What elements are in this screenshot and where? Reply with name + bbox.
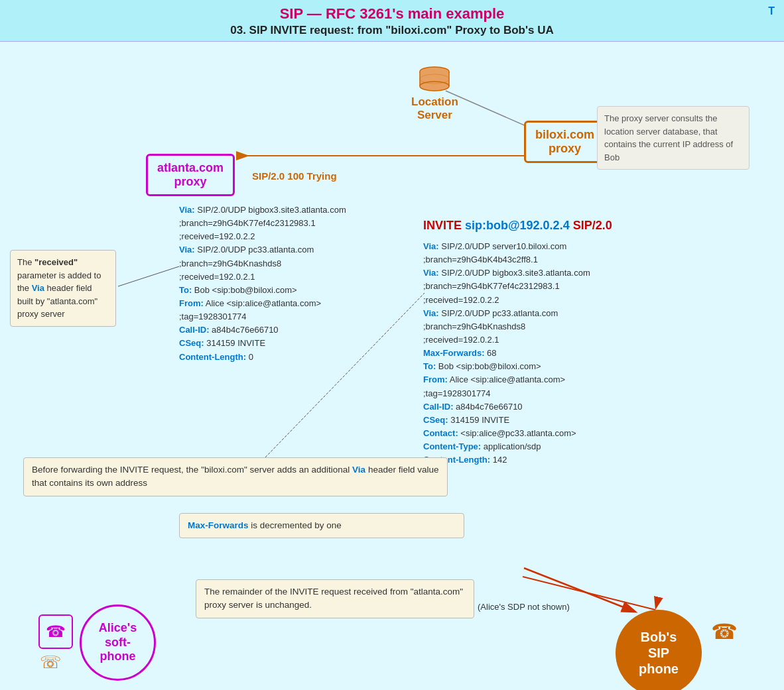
page-title: SIP — RFC 3261's main example: [0, 5, 784, 23]
biloxi-proxy-box: biloxi.com proxy: [524, 121, 606, 163]
sip-block-left: Via: SIP/2.0/UDP bigbox3.site3.atlanta.c…: [179, 203, 346, 364]
header: SIP — RFC 3261's main example 03. SIP IN…: [0, 0, 784, 42]
note-proxy-consults: The proxy server consults the location s…: [597, 106, 750, 170]
main-area: Location Server biloxi.com proxy atlanta…: [0, 48, 784, 690]
note-maxforwards: Max-Forwards is decremented by one: [179, 513, 464, 538]
note-received-param: The "received" parameter is added to the…: [10, 250, 116, 327]
alice-label: Alice'ssoft-phone: [99, 621, 137, 664]
handset-down-icon: ☏: [40, 652, 62, 672]
bob-label: Bob'sSIPphone: [639, 629, 679, 677]
alice-phone-box-icon: ☎: [38, 614, 73, 649]
phone-handset-icon: ☎: [46, 622, 66, 641]
atlanta-proxy-label-line1: atlanta.com: [157, 161, 224, 175]
note-remainder: The remainder of the INVITE request rece…: [196, 579, 474, 618]
alice-phone-bottom-icon: ☏: [40, 652, 62, 673]
page-subtitle: 03. SIP INVITE request: from "biloxi.com…: [0, 24, 784, 37]
location-server-label: Location Server: [411, 95, 458, 122]
atlanta-proxy-label-line2: proxy: [157, 175, 224, 189]
svg-point-11: [420, 82, 449, 91]
biloxi-proxy-label-line1: biloxi.com: [535, 128, 594, 142]
bob-phone-icon: ☎: [711, 619, 738, 644]
location-server: Location Server: [411, 66, 458, 122]
invite-heading: INVITE sip:bob@192.0.2.4 SIP/2.0: [423, 219, 612, 233]
atlanta-proxy-box: atlanta.com proxy: [146, 154, 235, 196]
t-label: T: [768, 5, 775, 17]
arrow-trying-label: SIP/2.0 100 Trying: [252, 170, 337, 182]
note-forwarding: Before forwarding the INVITE request, th…: [23, 457, 448, 496]
biloxi-proxy-label-line2: proxy: [535, 142, 594, 156]
database-icon: [417, 66, 452, 91]
alice-softphone-circle: Alice'ssoft-phone: [80, 604, 156, 681]
note-received-text: The "received" parameter is added to the…: [17, 257, 101, 319]
bob-sip-phone-circle: Bob'sSIPphone: [616, 610, 702, 690]
sdp-note: (Alice's SDP not shown): [478, 602, 570, 612]
bob-handset-icon: ☎: [711, 620, 738, 644]
sip-block-right: Via: SIP/2.0/UDP server10.biloxi.com ;br…: [423, 240, 590, 467]
svg-line-6: [118, 266, 179, 286]
